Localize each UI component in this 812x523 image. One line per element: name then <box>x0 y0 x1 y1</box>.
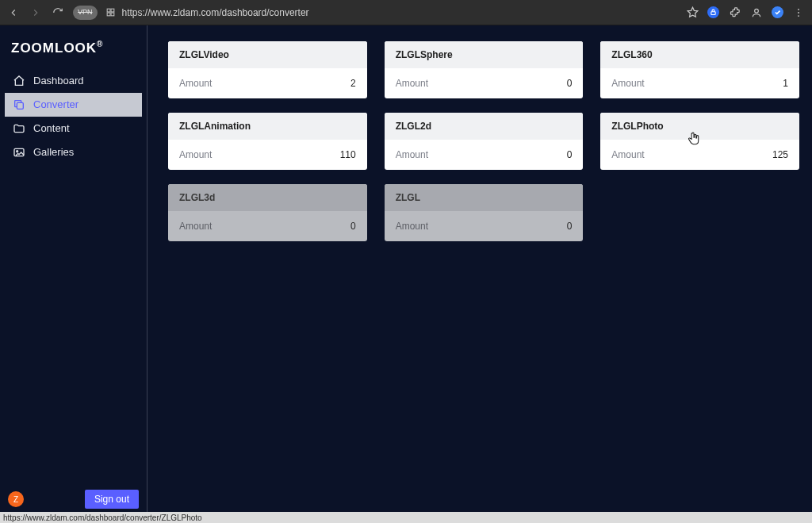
star-icon[interactable] <box>685 6 699 20</box>
site-settings-icon[interactable] <box>105 7 116 17</box>
card-title: ZLGLAnimation <box>168 113 367 140</box>
sidebar-item-label: Galleries <box>33 146 74 158</box>
image-icon <box>13 146 25 159</box>
sidebar-item-content[interactable]: Content <box>5 117 142 140</box>
svg-rect-3 <box>111 13 114 16</box>
card-360[interactable]: ZLGL360 Amount1 <box>600 41 799 98</box>
profile-icon[interactable] <box>749 6 764 20</box>
svg-point-8 <box>798 12 799 13</box>
card-amount-label: Amount <box>179 78 212 89</box>
card-amount-label: Amount <box>396 221 428 232</box>
forward-button[interactable] <box>29 6 43 20</box>
sign-out-button[interactable]: Sign out <box>85 490 139 509</box>
home-icon <box>13 75 25 87</box>
svg-rect-0 <box>107 9 110 12</box>
main-content: ZLGLVideo Amount2 ZLGLSphere Amount0 ZLG… <box>147 25 812 512</box>
card-amount-label: Amount <box>179 221 212 232</box>
sidebar-item-label: Converter <box>33 98 79 110</box>
card-2d[interactable]: ZLGL2d Amount0 <box>385 113 584 170</box>
card-amount-value: 110 <box>340 149 356 160</box>
svg-rect-10 <box>17 102 23 109</box>
sidebar-item-converter[interactable]: Converter <box>5 93 142 117</box>
card-title: ZLGL <box>385 184 584 211</box>
svg-point-7 <box>798 8 799 10</box>
card-3d: ZLGL3d Amount0 <box>168 184 367 241</box>
url-text[interactable]: https://www.zldam.com/dashboard/converte… <box>122 7 309 18</box>
card-amount-label: Amount <box>396 78 428 89</box>
card-photo[interactable]: ZLGLPhoto Amount125 <box>600 113 799 170</box>
vpn-indicator[interactable]: VPN <box>73 6 98 20</box>
copy-icon <box>13 98 25 111</box>
card-amount-label: Amount <box>396 149 428 160</box>
browser-toolbar: VPN https://www.zldam.com/dashboard/conv… <box>0 0 812 25</box>
svg-rect-1 <box>111 9 114 12</box>
card-amount-value: 125 <box>772 149 788 160</box>
sync-check-icon[interactable] <box>772 6 783 18</box>
card-zlgl: ZLGL Amount0 <box>385 184 584 241</box>
card-title: ZLGL360 <box>600 41 799 68</box>
card-amount-value: 1 <box>783 78 788 89</box>
sidebar-item-label: Content <box>33 122 70 134</box>
status-bar: https://www.zldam.com/dashboard/converte… <box>0 512 812 523</box>
extensions-icon[interactable] <box>727 6 741 20</box>
status-link-text: https://www.zldam.com/dashboard/converte… <box>3 513 202 522</box>
card-title: ZLGLVideo <box>168 41 367 68</box>
svg-marker-4 <box>688 7 698 17</box>
back-button[interactable] <box>6 6 21 20</box>
folder-icon <box>13 122 25 135</box>
card-animation[interactable]: ZLGLAnimation Amount110 <box>168 113 367 170</box>
kebab-menu-icon[interactable] <box>791 6 806 20</box>
card-amount-value: 2 <box>350 78 356 89</box>
reload-button[interactable] <box>51 6 65 20</box>
svg-point-12 <box>17 150 18 152</box>
card-amount-label: Amount <box>611 149 644 160</box>
svg-rect-5 <box>711 12 715 15</box>
card-amount-label: Amount <box>179 149 212 160</box>
card-video[interactable]: ZLGLVideo Amount2 <box>168 41 367 98</box>
sidebar: ZOOMLOOK® Dashboard Converter Content <box>0 25 147 512</box>
card-amount-label: Amount <box>611 78 644 89</box>
sidebar-item-label: Dashboard <box>33 75 84 87</box>
card-amount-value: 0 <box>567 78 573 89</box>
sidebar-item-dashboard[interactable]: Dashboard <box>5 69 142 93</box>
svg-point-9 <box>798 15 799 17</box>
avatar[interactable]: Z <box>8 491 24 507</box>
card-sphere[interactable]: ZLGLSphere Amount0 <box>385 41 584 98</box>
card-title: ZLGLSphere <box>385 41 584 68</box>
svg-rect-2 <box>107 13 110 16</box>
card-title: ZLGL3d <box>168 184 367 211</box>
sidebar-item-galleries[interactable]: Galleries <box>5 140 142 164</box>
extension-badge-icon[interactable] <box>707 6 719 18</box>
brand-logo: ZOOMLOOK® <box>0 37 147 69</box>
card-amount-value: 0 <box>567 149 573 160</box>
svg-point-6 <box>755 9 759 13</box>
card-title: ZLGLPhoto <box>600 113 799 140</box>
card-amount-value: 0 <box>567 221 573 232</box>
card-amount-value: 0 <box>350 221 356 232</box>
card-title: ZLGL2d <box>385 113 584 140</box>
